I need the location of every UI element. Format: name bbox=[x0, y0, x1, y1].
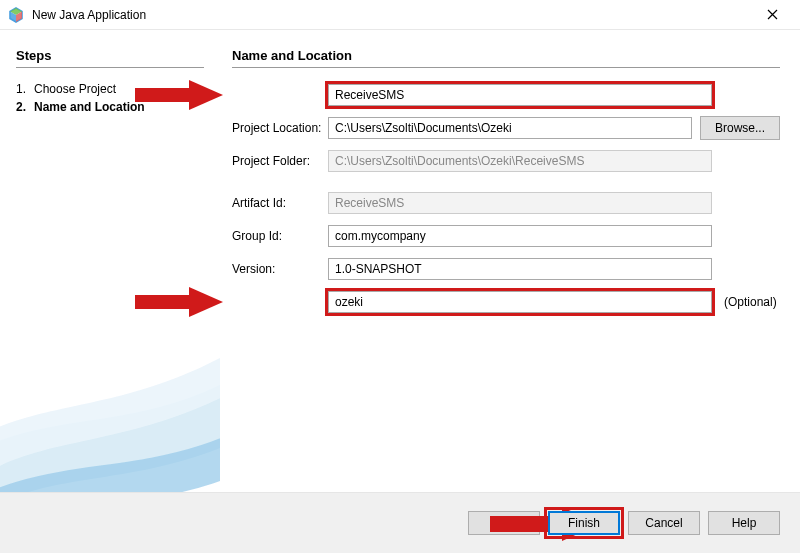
optional-note: (Optional) bbox=[724, 295, 780, 309]
row-group-id: Group Id: bbox=[232, 223, 780, 249]
field-label: Project Location: bbox=[232, 121, 328, 135]
step-item: 2. Name and Location bbox=[16, 98, 204, 116]
steps-panel: Steps 1. Choose Project 2. Name and Loca… bbox=[0, 30, 220, 492]
step-item: 1. Choose Project bbox=[16, 80, 204, 98]
row-version: Version: bbox=[232, 256, 780, 282]
field-label: Project Folder: bbox=[232, 154, 328, 168]
project-name-input[interactable] bbox=[328, 84, 712, 106]
finish-button[interactable]: Finish bbox=[548, 511, 620, 535]
project-folder-input bbox=[328, 150, 712, 172]
row-project-name bbox=[232, 82, 780, 108]
field-label: Group Id: bbox=[232, 229, 328, 243]
project-location-input[interactable] bbox=[328, 117, 692, 139]
app-icon bbox=[8, 7, 24, 23]
row-package: (Optional) bbox=[232, 289, 780, 315]
wizard-body: Steps 1. Choose Project 2. Name and Loca… bbox=[0, 30, 800, 492]
group-id-input[interactable] bbox=[328, 225, 712, 247]
content-heading: Name and Location bbox=[232, 48, 780, 68]
row-project-location: Project Location: Browse... bbox=[232, 115, 780, 141]
window-title: New Java Application bbox=[32, 8, 752, 22]
steps-heading: Steps bbox=[16, 48, 204, 68]
step-number: 1. bbox=[16, 82, 34, 96]
wizard-footer: < Ba Finish Cancel Help bbox=[0, 493, 800, 553]
artifact-id-input bbox=[328, 192, 712, 214]
step-label: Name and Location bbox=[34, 100, 145, 114]
field-label: Version: bbox=[232, 262, 328, 276]
cancel-button[interactable]: Cancel bbox=[628, 511, 700, 535]
browse-button[interactable]: Browse... bbox=[700, 116, 780, 140]
decorative-swoosh bbox=[0, 292, 220, 492]
close-button[interactable] bbox=[752, 0, 792, 30]
steps-list: 1. Choose Project 2. Name and Location bbox=[16, 80, 204, 116]
row-project-folder: Project Folder: bbox=[232, 148, 780, 174]
content-panel: Name and Location Project Location: Brow… bbox=[220, 30, 800, 492]
back-button[interactable]: < Ba bbox=[468, 511, 540, 535]
field-label: Artifact Id: bbox=[232, 196, 328, 210]
row-artifact-id: Artifact Id: bbox=[232, 190, 780, 216]
step-label: Choose Project bbox=[34, 82, 116, 96]
help-button[interactable]: Help bbox=[708, 511, 780, 535]
package-input[interactable] bbox=[328, 291, 712, 313]
finish-button-wrap: Finish bbox=[548, 511, 620, 535]
title-bar: New Java Application bbox=[0, 0, 800, 30]
version-input[interactable] bbox=[328, 258, 712, 280]
step-number: 2. bbox=[16, 100, 34, 114]
